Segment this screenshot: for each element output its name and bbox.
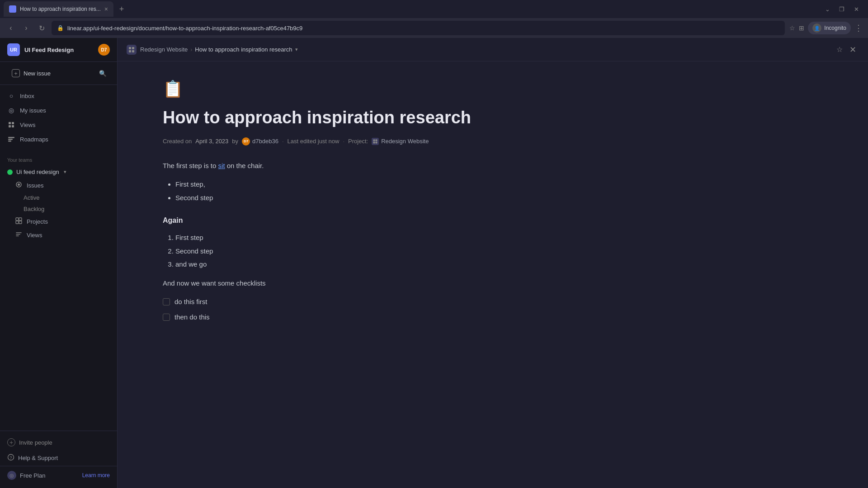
project-link[interactable]: Redesign Website	[372, 138, 429, 145]
paragraph-1: The first step is to sit on the chair.	[163, 160, 497, 172]
tab-close-button[interactable]: ×	[104, 5, 108, 13]
sidebar-actions: + New issue 🔍	[0, 62, 117, 85]
separator-1: ·	[282, 138, 284, 145]
issues-icon	[15, 181, 22, 189]
created-date: April 3, 2023	[195, 138, 228, 145]
svg-rect-3	[12, 125, 14, 127]
lock-icon: 🔒	[57, 25, 64, 31]
doc-header: Redesign Website › How to approach inspi…	[118, 38, 868, 61]
team-sub-item-backlog[interactable]: Backlog	[0, 203, 117, 215]
author-name: d7bdeb36	[252, 138, 278, 145]
incognito-label: Incognito	[824, 25, 846, 31]
heading-again: Again	[163, 214, 497, 226]
back-button[interactable]: ‹	[5, 24, 16, 32]
sidebar-item-my-issues[interactable]: ◎ My issues	[0, 103, 117, 117]
breadcrumb-separator: ›	[190, 47, 192, 53]
incognito-button[interactable]: 👤 Incognito	[808, 22, 851, 34]
address-bar[interactable]: 🔒 linear.app/ui-feed-redesign/document/h…	[52, 21, 785, 35]
doc-header-icon	[127, 45, 137, 55]
sidebar-item-views[interactable]: Views	[0, 117, 117, 132]
doc-meta: Created on April 3, 2023 by D7 d7bdeb36 …	[163, 137, 497, 145]
user-avatar-button[interactable]: D7	[98, 44, 110, 56]
checklist-label-2: then do this	[175, 311, 210, 323]
forward-button[interactable]: ›	[21, 24, 32, 32]
sidebar: UR UI Feed Redesign D7 + New issue 🔍 ○ I…	[0, 38, 118, 488]
issues-label: Issues	[27, 182, 44, 189]
minimize-button[interactable]: ⌄	[823, 5, 832, 14]
invite-people-button[interactable]: + Invite people	[0, 435, 117, 450]
doc-close-button[interactable]: ✕	[846, 43, 859, 56]
new-issue-button[interactable]: + New issue	[7, 66, 92, 81]
sidebar-bottom: + Invite people ? Help & Support ◎ Free …	[0, 431, 117, 488]
svg-text:?: ?	[10, 455, 12, 460]
new-issue-label: New issue	[24, 70, 51, 77]
projects-icon	[15, 217, 22, 225]
new-tab-button[interactable]: +	[115, 3, 128, 15]
checkbox-2[interactable]	[163, 314, 170, 321]
tab-favicon	[9, 5, 16, 13]
browser-more-button[interactable]: ⋮	[854, 23, 863, 33]
my-issues-label: My issues	[20, 107, 46, 114]
my-issues-icon: ◎	[7, 106, 15, 114]
address-bar-row: ‹ › ↻ 🔒 linear.app/ui-feed-redesign/docu…	[0, 18, 868, 38]
help-icon: ?	[7, 454, 14, 462]
breadcrumb-parent: Redesign Website	[140, 46, 188, 53]
workspace-info: UR UI Feed Redesign	[7, 43, 74, 56]
sidebar-header: UR UI Feed Redesign D7	[0, 38, 117, 62]
free-plan-bar[interactable]: ◎ Free Plan Learn more	[0, 466, 117, 484]
bullet-list: First step, Second step	[175, 178, 497, 203]
refresh-button[interactable]: ↻	[36, 24, 47, 33]
svg-rect-9	[16, 218, 19, 221]
svg-rect-18	[132, 50, 134, 52]
team-views-icon	[15, 231, 22, 239]
svg-rect-6	[8, 141, 11, 142]
team-item-projects[interactable]: Projects	[0, 215, 117, 228]
team-item-issues[interactable]: Issues	[0, 178, 117, 192]
bookmark-icon[interactable]: ☆	[789, 24, 795, 32]
free-plan-icon: ◎	[7, 471, 16, 480]
workspace-avatar: UR	[7, 43, 20, 56]
svg-rect-5	[8, 139, 13, 140]
svg-rect-0	[9, 122, 11, 124]
roadmaps-icon	[7, 135, 15, 143]
url-text: linear.app/ui-feed-redesign/document/how…	[67, 25, 302, 32]
new-issue-icon: +	[12, 69, 20, 77]
extensions-icon[interactable]: ⊞	[799, 24, 804, 32]
team-item-views[interactable]: Views	[0, 228, 117, 242]
maximize-button[interactable]: ❐	[837, 5, 846, 14]
project-prefix: Project:	[348, 138, 368, 145]
project-icon	[372, 138, 379, 145]
svg-rect-21	[373, 141, 375, 143]
team-dot	[7, 169, 13, 175]
help-support-button[interactable]: ? Help & Support	[0, 450, 117, 466]
team-sub-item-active[interactable]: Active	[0, 192, 117, 203]
doc-emoji: 📋	[163, 80, 497, 99]
learn-more-link[interactable]: Learn more	[82, 472, 110, 479]
doc-star-button[interactable]: ☆	[836, 45, 843, 54]
breadcrumb-chevron-icon[interactable]: ▾	[295, 47, 298, 52]
sidebar-item-inbox[interactable]: ○ Inbox	[0, 89, 117, 103]
help-label: Help & Support	[18, 455, 58, 461]
close-button[interactable]: ✕	[852, 5, 861, 14]
separator-2: ·	[343, 138, 344, 145]
inbox-label: Inbox	[20, 93, 34, 99]
team-views-label: Views	[27, 232, 42, 239]
svg-rect-15	[129, 47, 131, 49]
svg-rect-20	[376, 139, 377, 141]
author-info: D7 d7bdeb36	[242, 137, 278, 145]
sidebar-nav: ○ Inbox ◎ My issues Views	[0, 85, 117, 150]
checkbox-1[interactable]	[163, 298, 170, 305]
team-header[interactable]: Ui feed redesign ▾	[0, 165, 117, 178]
sidebar-item-roadmaps[interactable]: Roadmaps	[0, 132, 117, 146]
project-name: Redesign Website	[381, 138, 429, 145]
inbox-icon: ○	[7, 92, 15, 100]
created-prefix: Created on	[163, 138, 192, 145]
search-button[interactable]: 🔍	[95, 66, 110, 80]
projects-label: Projects	[27, 218, 48, 225]
svg-rect-2	[9, 125, 11, 127]
list-item: Second step	[175, 245, 497, 257]
para1-link[interactable]: sit	[218, 162, 225, 169]
incognito-avatar: 👤	[812, 23, 821, 33]
active-tab[interactable]: How to approach inspiration res... ×	[4, 1, 113, 17]
invite-label: Invite people	[19, 439, 52, 446]
